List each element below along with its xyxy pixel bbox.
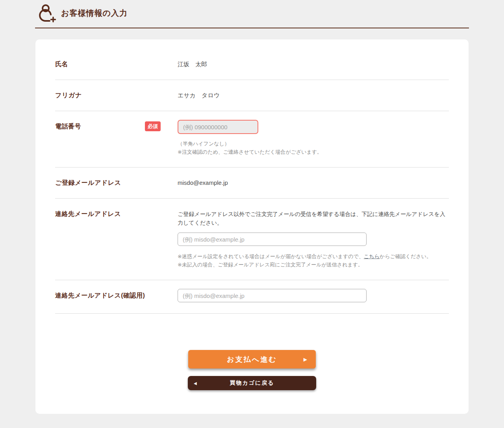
registered-email-value-cell: misdo@example.jp (178, 179, 449, 187)
kochira-link[interactable]: こちら (364, 253, 380, 259)
furigana-label-cell: フリガナ (55, 91, 178, 100)
phone-label: 電話番号 (55, 122, 81, 131)
form-row-contact-email: 連絡先メールアドレス ご登録メールアドレス以外でご注文完了メールの受信を希望する… (55, 199, 449, 280)
page: お客様情報の入力 氏名 江坂 太郎 フリガナ エサカ タロウ 電話番号 必須 (0, 0, 504, 428)
registered-email-label: ご登録メールアドレス (55, 179, 121, 187)
registered-email-label-cell: ご登録メールアドレス (55, 179, 178, 187)
contact-email-confirm-label: 連絡先メールアドレス(確認用) (55, 291, 145, 300)
contact-email-confirm-input-cell (178, 291, 449, 302)
proceed-to-payment-button[interactable]: お支払へ進む ▶ (188, 350, 316, 368)
contact-email-notes: ※迷惑メール設定をされている場合はメールが届かない場合がございますので、こちらか… (178, 252, 449, 269)
arrow-left-icon: ◀ (194, 381, 197, 385)
form-row-name: 氏名 江坂 太郎 (55, 49, 449, 80)
contact-email-input[interactable] (178, 233, 367, 246)
furigana-value: エサカ タロウ (178, 92, 220, 99)
arrow-right-icon: ▶ (304, 357, 307, 362)
contact-email-confirm-input[interactable] (178, 289, 367, 302)
contact-email-label-cell: 連絡先メールアドレス (55, 210, 178, 218)
page-header: お客様情報の入力 (35, 0, 469, 28)
form-row-contact-email-confirm: 連絡先メールアドレス(確認用) (55, 280, 449, 314)
required-badge: 必須 (145, 121, 161, 131)
name-value-cell: 江坂 太郎 (178, 60, 449, 69)
back-to-cart-button[interactable]: ◀ 買物カゴに戻る (188, 376, 316, 390)
contact-email-note-blank: ※未記入の場合、ご登録メールアドレス宛にご注文完了メールが送信されます。 (178, 261, 449, 269)
note-spam-text-after: からご確認ください。 (380, 253, 432, 259)
form-row-furigana: フリガナ エサカ タロウ (55, 80, 449, 111)
registered-email-value: misdo@example.jp (178, 179, 228, 186)
furigana-value-cell: エサカ タロウ (178, 91, 449, 100)
contact-email-input-cell: ご登録メールアドレス以外でご注文完了メールの受信を希望する場合は、下記に連絡先メ… (178, 210, 449, 269)
contact-email-label: 連絡先メールアドレス (55, 210, 121, 218)
phone-input[interactable] (178, 120, 258, 134)
form-row-phone: 電話番号 必須 （半角ハイフンなし） ※注文確認のため、ご連絡させていただく場合… (55, 111, 449, 167)
form-row-registered-email: ご登録メールアドレス misdo@example.jp (55, 167, 449, 199)
phone-label-cell: 電話番号 必須 (55, 122, 178, 131)
back-button-label: 買物カゴに戻る (230, 380, 274, 387)
user-plus-icon (37, 3, 56, 23)
proceed-button-label: お支払へ進む (227, 355, 277, 364)
furigana-label: フリガナ (55, 91, 82, 100)
customer-info-card: 氏名 江坂 太郎 フリガナ エサカ タロウ 電話番号 必須 （半角ハイフンなし） (35, 39, 469, 414)
name-label-cell: 氏名 (55, 60, 178, 69)
name-value: 江坂 太郎 (178, 61, 207, 67)
contact-email-note-spam: ※迷惑メール設定をされている場合はメールが届かない場合がございますので、こちらか… (178, 252, 449, 261)
contact-email-description: ご登録メールアドレス以外でご注文完了メールの受信を希望する場合は、下記に連絡先メ… (178, 210, 449, 227)
contact-email-confirm-label-cell: 連絡先メールアドレス(確認用) (55, 291, 178, 300)
phone-note-format: （半角ハイフンなし） (178, 140, 449, 148)
buttons-area: お支払へ進む ▶ ◀ 買物カゴに戻る (55, 314, 449, 390)
note-spam-text-before: ※迷惑メール設定をされている場合はメールが届かない場合がございますので、 (178, 253, 364, 259)
name-label: 氏名 (55, 60, 68, 69)
phone-input-cell: （半角ハイフンなし） ※注文確認のため、ご連絡させていただく場合がございます。 (178, 122, 449, 156)
phone-note-contact: ※注文確認のため、ご連絡させていただく場合がございます。 (178, 148, 449, 156)
page-title: お客様情報の入力 (61, 8, 128, 19)
